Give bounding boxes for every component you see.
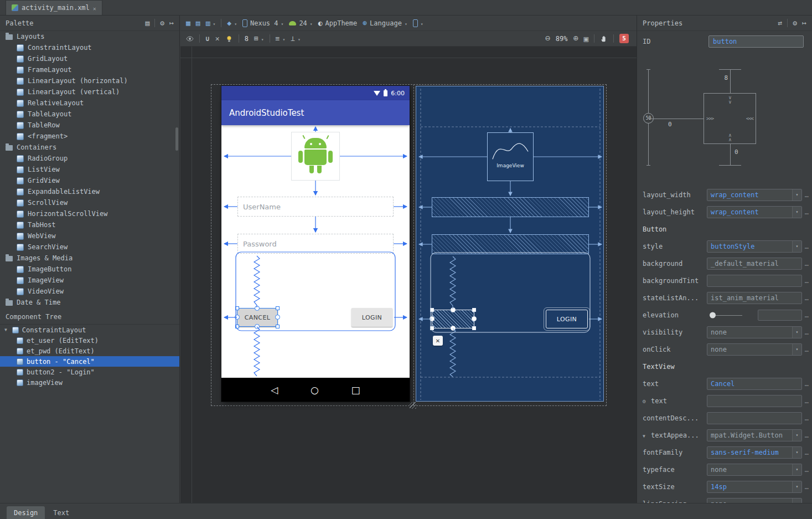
property-more-dots[interactable]: … (802, 431, 809, 439)
palette-item[interactable]: ListView (0, 164, 179, 175)
resize-handle[interactable] (235, 306, 239, 310)
property-more-dots[interactable]: … (802, 328, 809, 336)
palette-item[interactable]: RelativeLayout (0, 97, 179, 109)
property-value-field[interactable]: sans-serif-medium (707, 446, 802, 459)
constraint-anchor[interactable] (255, 306, 260, 311)
property-value-field[interactable]: buttonStyle (707, 240, 802, 253)
property-row[interactable]: typeface none … (637, 461, 812, 478)
property-value-field[interactable] (707, 395, 802, 407)
constraint-anchor[interactable] (255, 324, 260, 329)
property-row[interactable]: layout_width wrap_content … (637, 186, 812, 203)
zoom-out-icon[interactable] (545, 34, 550, 43)
minimize-panel-icon[interactable] (802, 19, 806, 27)
resize-handle[interactable] (276, 325, 280, 328)
palette-view-icon[interactable] (146, 19, 150, 27)
resize-handle[interactable] (472, 308, 476, 312)
align-selector[interactable] (276, 35, 286, 43)
palette-item[interactable]: FrameLayout (0, 64, 179, 75)
blueprint-surface-phone[interactable]: ImageView LOGIN ✕ (416, 86, 604, 402)
property-row[interactable]: text Cancel … (637, 375, 812, 392)
property-value-field[interactable]: none (707, 326, 802, 338)
api-selector[interactable]: 24 (289, 19, 312, 27)
top-margin-value[interactable]: 8 (718, 74, 728, 81)
resize-handle[interactable] (430, 308, 434, 312)
palette-item[interactable]: TableLayout (0, 109, 179, 120)
error-count-badge[interactable]: 5 (619, 34, 629, 43)
constraint-box[interactable] (704, 93, 756, 144)
imageview-widget[interactable] (291, 132, 340, 181)
minimize-panel-icon[interactable] (169, 19, 174, 27)
palette-item[interactable]: LinearLayout (horizontal) (0, 75, 179, 86)
language-selector[interactable]: Language (363, 19, 407, 27)
property-more-dots[interactable]: … (802, 243, 809, 250)
property-row[interactable]: onClick none … (637, 341, 812, 358)
property-value-field[interactable]: wrap_content (707, 206, 802, 218)
canvas-resize-handle[interactable] (410, 402, 416, 409)
constraint-anchor[interactable] (472, 316, 477, 321)
clear-constraints-icon[interactable] (215, 35, 220, 42)
property-more-dots[interactable]: … (802, 277, 809, 285)
property-row[interactable]: Button … (637, 220, 812, 238)
constraint-anchor[interactable] (235, 315, 240, 320)
property-value-field[interactable] (707, 309, 802, 321)
palette-scrollbar[interactable] (175, 127, 178, 151)
property-more-dots[interactable]: … (802, 380, 809, 388)
property-row[interactable]: textSize 14sp … (637, 478, 812, 495)
constraint-anchor[interactable] (451, 307, 456, 312)
gear-icon[interactable] (793, 19, 797, 27)
property-more-dots[interactable]: … (802, 294, 809, 302)
orientation-selector[interactable] (227, 19, 237, 27)
guideline-selector[interactable] (291, 35, 301, 43)
constraint-inspector[interactable]: 50 8 0 0 (637, 64, 812, 185)
login-button-widget[interactable]: LOGIN (351, 308, 392, 327)
property-more-dots[interactable]: … (802, 414, 809, 422)
property-value-field[interactable] (707, 275, 802, 287)
property-value-field[interactable]: wrap_content (707, 189, 802, 201)
zoom-to-fit-icon[interactable] (584, 35, 588, 43)
bottom-tab[interactable]: Text (46, 506, 76, 519)
palette-item[interactable]: HorizontalScrollView (0, 208, 179, 219)
constraint-anchor[interactable] (275, 315, 280, 320)
palette-item[interactable]: GridLayout (0, 53, 179, 64)
property-row[interactable]: style buttonStyle … (637, 238, 812, 255)
property-value-field[interactable] (707, 412, 802, 424)
gear-icon[interactable] (160, 19, 164, 27)
component-tree-item[interactable]: button2 - "Login" (0, 367, 179, 377)
design-canvas[interactable]: 6:00 AndroidStudioTest UserName Password (180, 47, 637, 503)
default-margin-button[interactable]: 8 (245, 35, 249, 43)
palette-item[interactable]: <fragment> (0, 131, 179, 142)
property-more-dots[interactable]: … (802, 483, 809, 491)
design-surface-phone[interactable]: 6:00 AndroidStudioTest UserName Password (221, 86, 410, 402)
palette-item[interactable]: LinearLayout (vertical) (0, 86, 179, 97)
resize-handle[interactable] (235, 325, 239, 328)
property-value-field[interactable]: none (707, 343, 802, 356)
component-tree-item[interactable]: imageView (0, 377, 179, 388)
blueprint-username-field[interactable] (432, 197, 589, 217)
palette-item[interactable]: GridView (0, 175, 179, 186)
palette-item[interactable]: Containers (0, 142, 179, 153)
property-row[interactable]: text … (637, 392, 812, 409)
surface-mode-selector[interactable] (206, 19, 216, 27)
component-tree-item[interactable]: et_user (EditText) (0, 335, 179, 346)
property-value-field[interactable]: 14sp (707, 481, 802, 493)
show-constraints-eye-icon[interactable] (186, 35, 194, 43)
blueprint-imageview[interactable]: ImageView (487, 132, 534, 181)
property-row[interactable]: backgroundTint … (637, 272, 812, 289)
close-tab-icon[interactable] (93, 4, 96, 12)
palette-item[interactable]: ImageButton (0, 264, 179, 275)
property-row[interactable]: background _default_material … (637, 255, 812, 272)
pan-hand-icon[interactable] (600, 35, 608, 43)
property-row[interactable]: visibility none … (637, 323, 812, 341)
property-value-field[interactable]: _default_material (707, 258, 802, 270)
blueprint-login-button[interactable]: LOGIN (546, 310, 588, 328)
property-row[interactable]: layout_height wrap_content … (637, 203, 812, 220)
property-row[interactable]: stateListAn... ist_anim_material … (637, 289, 812, 306)
property-value-field[interactable]: none (707, 498, 802, 503)
property-row[interactable]: fontFamily sans-serif-medium … (637, 444, 812, 461)
resize-handle[interactable] (430, 326, 434, 330)
property-more-dots[interactable]: … (802, 397, 809, 405)
palette-item[interactable]: WebView (0, 230, 179, 241)
infer-constraints-bulb-icon[interactable] (225, 35, 233, 43)
component-tree-item[interactable]: et_pwd (EditText) (0, 346, 179, 356)
swap-panels-icon[interactable] (778, 19, 783, 27)
